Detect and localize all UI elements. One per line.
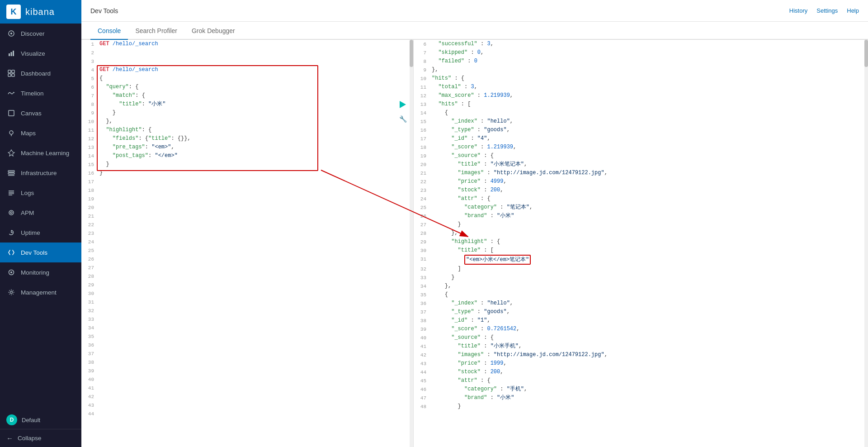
right-scroll-thumb: [864, 40, 868, 67]
sidebar-item-dev-tools-label: Dev Tools: [21, 249, 47, 256]
left-pane: 1GET /hello/_search234GET /hello/_search…: [81, 40, 414, 447]
sidebar-item-logs[interactable]: Logs: [0, 183, 81, 203]
sidebar-item-dashboard[interactable]: Dashboard: [0, 63, 81, 83]
code-line: 28: [81, 272, 413, 281]
left-code-editor[interactable]: 1GET /hello/_search234GET /hello/_search…: [81, 40, 413, 447]
code-line: 37 "_type" : "goods",: [414, 308, 868, 316]
line-number: 1: [81, 40, 98, 48]
wrench-button[interactable]: 🔧: [397, 113, 409, 125]
run-button[interactable]: [397, 99, 409, 110]
sidebar-item-visualize-label: Visualize: [21, 50, 45, 57]
settings-link[interactable]: Settings: [816, 7, 838, 14]
code-line: 8 "title": "小米": [81, 100, 413, 109]
tab-console[interactable]: Console: [90, 22, 128, 40]
sidebar-item-maps[interactable]: Maps: [0, 123, 81, 143]
code-line: 10 },: [81, 117, 413, 126]
line-number: 5: [81, 74, 98, 83]
code-line: 15 "_index" : "hello",: [414, 117, 868, 126]
line-content: "title": "小米": [98, 100, 413, 108]
line-number: 28: [81, 272, 98, 281]
line-number: 24: [81, 238, 98, 246]
svg-rect-6: [12, 70, 14, 73]
line-number: 22: [414, 177, 430, 186]
line-number: 16: [414, 126, 430, 134]
line-number: 14: [414, 109, 430, 117]
line-content: "hits" : {: [430, 74, 868, 82]
collapse-button[interactable]: ← Collapse: [0, 429, 81, 447]
line-content: "failed" : 0: [430, 57, 868, 65]
line-number: 38: [414, 316, 430, 325]
sidebar-logo[interactable]: K kibana: [0, 0, 81, 24]
svg-point-24: [10, 291, 13, 294]
sidebar-item-dashboard-label: Dashboard: [21, 70, 51, 77]
code-line: 18: [81, 186, 413, 195]
code-line: 11 "total" : 3,: [414, 83, 868, 91]
right-scrollbar[interactable]: [864, 40, 868, 447]
code-line: 29: [81, 281, 413, 289]
line-number: 33: [81, 315, 98, 323]
code-line: 14 {: [414, 109, 868, 117]
line-number: 7: [414, 48, 430, 57]
help-link[interactable]: Help: [847, 7, 859, 14]
line-number: 39: [81, 366, 98, 375]
main-content: Dev Tools History Settings Help Console …: [81, 0, 868, 447]
sidebar-item-timelion[interactable]: Timelion: [0, 83, 81, 103]
code-line: 28 },: [414, 229, 868, 238]
code-line: 31 "<em>小米</em>笔记本": [414, 255, 868, 265]
code-line: 38 "_id" : "1",: [414, 316, 868, 325]
code-line: 3: [81, 57, 413, 66]
line-content: {: [430, 109, 868, 117]
line-number: 10: [81, 117, 98, 126]
code-line: 34 },: [414, 282, 868, 290]
line-number: 11: [414, 83, 430, 91]
line-number: 37: [414, 308, 430, 316]
sidebar-item-apm[interactable]: APM: [0, 203, 81, 223]
sidebar-item-machine-learning[interactable]: Machine Learning: [0, 143, 81, 163]
code-line: 29 "highlight" : {: [414, 238, 868, 246]
line-number: 36: [81, 341, 98, 349]
code-line: 26 "brand" : "小米": [414, 212, 868, 220]
code-line: 14 "post_tags": "</em>": [81, 152, 413, 160]
tab-grok-debugger[interactable]: Grok Debugger: [184, 22, 242, 40]
tab-search-profiler[interactable]: Search Profiler: [128, 22, 184, 40]
machine-learning-icon: [6, 148, 16, 158]
left-scrollbar[interactable]: [410, 40, 413, 447]
sidebar-item-infrastructure[interactable]: Infrastructure: [0, 163, 81, 183]
line-number: 12: [81, 134, 98, 143]
code-line: 41 "title" : "小米手机",: [414, 342, 868, 351]
history-link[interactable]: History: [789, 7, 807, 14]
line-number: 31: [414, 255, 430, 263]
sidebar-item-visualize[interactable]: Visualize: [0, 43, 81, 63]
sidebar-item-management[interactable]: Management: [0, 282, 81, 302]
sidebar-item-monitoring[interactable]: Monitoring: [0, 262, 81, 282]
code-line: 20: [81, 203, 413, 212]
code-line: 36: [81, 341, 413, 349]
line-content: "title" : "小米手机",: [430, 342, 868, 350]
code-line: 7 "skipped" : 0,: [414, 48, 868, 57]
line-number: 41: [81, 384, 98, 392]
sidebar-item-uptime[interactable]: Uptime: [0, 223, 81, 243]
right-code-editor[interactable]: 6 "successful" : 3,7 "skipped" : 0,8 "fa…: [414, 40, 868, 447]
svg-rect-3: [11, 52, 12, 56]
code-line: 40 "_source" : {: [414, 333, 868, 342]
code-line: 42: [81, 392, 413, 401]
line-number: 44: [81, 409, 98, 418]
sidebar-item-discover[interactable]: Discover: [0, 24, 81, 43]
code-line: 23: [81, 229, 413, 238]
line-number: 39: [414, 325, 430, 333]
code-line: 6 "query": {: [81, 83, 413, 91]
code-line: 13 "hits" : [: [414, 100, 868, 109]
timelion-icon: [6, 88, 16, 98]
svg-point-21: [10, 212, 12, 214]
sidebar-item-canvas[interactable]: Canvas: [0, 103, 81, 123]
line-content: "attr" : {: [430, 195, 868, 203]
dashboard-icon: [6, 68, 16, 78]
line-number: 8: [81, 100, 98, 109]
line-number: 18: [414, 143, 430, 152]
dev-tools-icon: [6, 247, 16, 257]
default-workspace[interactable]: D Default: [0, 411, 81, 429]
line-content: "brand" : "小米": [430, 212, 868, 220]
sidebar-item-dev-tools[interactable]: Dev Tools: [0, 243, 81, 262]
line-number: 27: [81, 263, 98, 272]
line-number: 43: [414, 359, 430, 368]
